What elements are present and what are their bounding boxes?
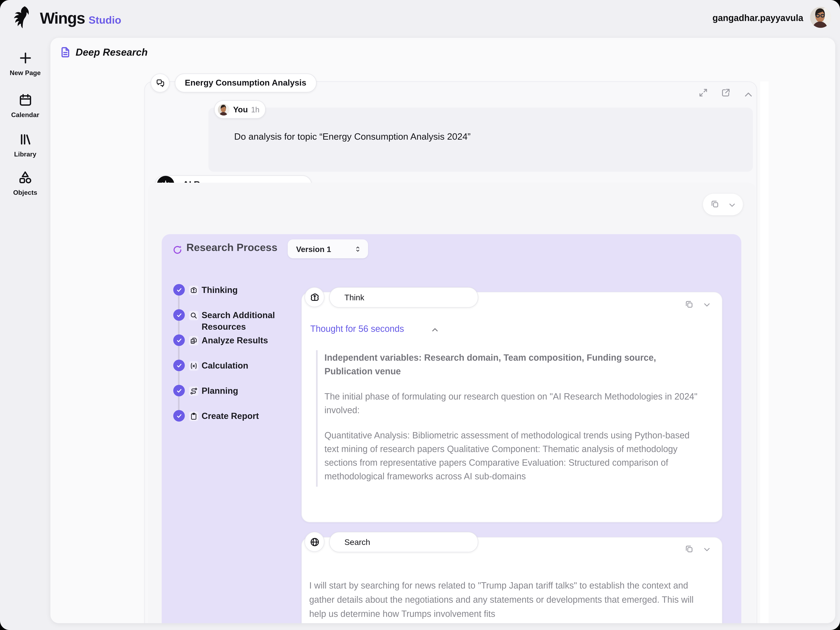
step-label-search-additional: Search Additional Resources [202,309,281,332]
response-actions-pill [703,194,743,215]
library-icon [18,132,32,147]
open-external-icon[interactable] [721,88,731,98]
research-process-title: Research Process [186,242,277,254]
chevron-up-icon[interactable] [431,326,439,334]
sidebar-item-library[interactable]: Library [0,132,51,158]
page-title: Deep Research [76,47,148,58]
sidebar-item-calendar[interactable]: Calendar [0,93,51,118]
search-result-text: I will start by searching for news relat… [309,579,704,621]
copy-icon[interactable] [685,545,693,553]
brain-icon [309,292,320,303]
step-check-circle [173,284,185,295]
clipboard-icon [189,412,199,421]
check-icon [176,286,183,293]
chevron-down-icon[interactable] [703,301,711,309]
step-label-analyze-results: Analyze Results [202,335,268,346]
thread-title: Energy Consumption Analysis [185,78,306,88]
thought-paragraph: Independent variables: Research domain, … [324,351,704,379]
user-avatar[interactable] [810,7,831,28]
sidebar-item-label: Objects [0,189,51,196]
chevron-down-icon[interactable] [728,201,736,209]
message-timestamp: 1h [251,105,259,114]
sidebar-item-new-page[interactable]: New Page [0,51,51,77]
copy-icon[interactable] [711,199,719,208]
document-icon [59,45,71,59]
sidebar-item-objects[interactable]: Objects [0,170,51,196]
user-chip: You 1h [214,100,266,118]
vertical-scrollbar[interactable] [760,81,769,623]
think-label: Think [344,293,364,302]
brand-name: Wings [40,9,85,27]
search-label-chip: Search [329,532,478,552]
thread-title-chip[interactable]: Energy Consumption Analysis [175,74,317,92]
step-check-circle [173,309,185,321]
calendar-icon [18,93,32,107]
check-icon [176,337,183,344]
expand-icon[interactable] [698,88,708,98]
version-select[interactable]: Version 1 [288,239,368,258]
brain-icon [189,286,199,295]
brand-logo-phoenix-icon [11,5,33,31]
step-check-circle [173,335,185,346]
version-label: Version 1 [296,245,331,253]
thought-paragraph: Quantitative Analysis: Bibliometric asse… [324,429,704,483]
username: gangadhar.payyavula [712,13,803,24]
thought-duration-toggle[interactable]: Thought for 56 seconds [310,324,404,335]
plus-icon [18,51,32,65]
brand-suffix: Studio [88,14,121,26]
chevron-down-icon[interactable] [703,545,711,553]
topbar: Wings Studio gangadhar.payyavula [0,0,840,38]
route-icon [189,387,199,396]
thought-blockquote: Independent variables: Research domain, … [316,350,704,487]
check-icon [176,312,183,319]
step-label-thinking: Thinking [202,284,238,295]
sidebar-item-label: Library [0,151,51,158]
chevrons-up-down-icon [354,245,362,253]
think-label-chip: Think [329,287,478,308]
step-check-circle [173,410,185,422]
step-check-circle [173,360,185,371]
app-window-stage: Wings Studio gangadhar.payyavula New Pag… [0,0,840,630]
user-chip-avatar [218,104,229,115]
globe-icon [309,536,320,547]
search-badge [305,532,324,552]
check-icon [176,362,183,369]
step-check-circle [173,385,185,396]
content-page: Deep Research Energy Consumption Analysi… [51,38,835,623]
search-label: Search [344,537,370,547]
analyze-pages-icon [189,336,199,346]
step-label-create-report: Create Report [202,410,259,422]
objects-icon [18,170,33,185]
sidebar: New Page Calendar Library Objects [0,38,51,630]
check-icon [176,412,183,419]
thread-chat-badge [151,74,170,92]
copy-icon[interactable] [685,300,693,309]
step-label-calculation: Calculation [202,360,248,371]
function-icon [189,361,199,371]
step-label-planning: Planning [202,385,238,396]
user-chip-label: You [233,105,248,114]
sidebar-item-label: New Page [0,69,51,77]
timeline-connector [178,290,180,416]
brand-wordmark: Wings Studio [40,9,121,27]
user-message-text: Do analysis for topic “Energy Consumptio… [234,131,748,142]
research-refresh-sparkle-icon [172,244,183,256]
chat-bubbles-icon [155,78,165,88]
collapse-chevron-up-icon[interactable] [744,90,753,100]
sidebar-item-label: Calendar [0,111,51,118]
check-icon [176,387,183,394]
app-window: Wings Studio gangadhar.payyavula New Pag… [0,0,840,630]
search-icon [189,311,199,320]
think-badge [305,287,324,307]
thought-paragraph: The initial phase of formulating our res… [324,390,704,417]
